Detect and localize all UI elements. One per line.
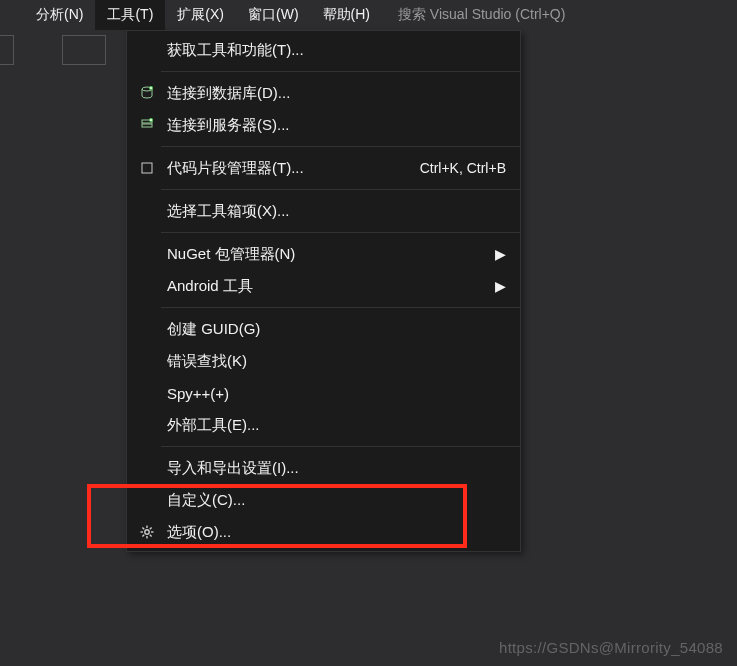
submenu-arrow-icon: ▶ xyxy=(490,278,506,294)
menuitem-label: 错误查找(K) xyxy=(167,352,506,371)
menuitem-create-guid[interactable]: 创建 GUID(G) xyxy=(127,313,520,345)
menubar: 分析(N) 工具(T) 扩展(X) 窗口(W) 帮助(H) 搜索 Visual … xyxy=(0,0,737,30)
menuitem-customize[interactable]: 自定义(C)... xyxy=(127,484,520,516)
shortcut-label: Ctrl+K, Ctrl+B xyxy=(420,160,506,176)
menuitem-label: 选项(O)... xyxy=(167,523,506,542)
menuitem-label: 代码片段管理器(T)... xyxy=(167,159,400,178)
menuitem-label: 导入和导出设置(I)... xyxy=(167,459,506,478)
toolbar-fragment xyxy=(0,30,52,70)
menuitem-label: 创建 GUID(G) xyxy=(167,320,506,339)
svg-line-12 xyxy=(150,535,152,537)
menuitem-toolbox-items[interactable]: 选择工具箱项(X)... xyxy=(127,195,520,227)
menuitem-import-export[interactable]: 导入和导出设置(I)... xyxy=(127,452,520,484)
menuitem-label: 连接到数据库(D)... xyxy=(167,84,506,103)
menuitem-label: 外部工具(E)... xyxy=(167,416,506,435)
separator xyxy=(161,307,520,308)
menuitem-label: 自定义(C)... xyxy=(167,491,506,510)
watermark: https://GSDNs@Mirrority_54088 xyxy=(499,639,723,656)
svg-rect-3 xyxy=(142,124,152,127)
server-icon xyxy=(127,117,167,133)
menuitem-options[interactable]: 选项(O)... xyxy=(127,516,520,548)
menuitem-external-tools[interactable]: 外部工具(E)... xyxy=(127,409,520,441)
separator xyxy=(161,232,520,233)
toolbar-button-partial[interactable] xyxy=(0,35,14,65)
menuitem-spy[interactable]: Spy++(+) xyxy=(127,377,520,409)
menuitem-label: 连接到服务器(S)... xyxy=(167,116,506,135)
search-input[interactable]: 搜索 Visual Studio (Ctrl+Q) xyxy=(388,2,737,28)
menuitem-get-tools[interactable]: 获取工具和功能(T)... xyxy=(127,34,520,66)
submenu-arrow-icon: ▶ xyxy=(490,246,506,262)
menuitem-label: 选择工具箱项(X)... xyxy=(167,202,506,221)
svg-point-6 xyxy=(145,530,149,534)
menu-tools[interactable]: 工具(T) xyxy=(95,0,165,30)
separator xyxy=(161,446,520,447)
snippet-icon xyxy=(127,160,167,176)
menuitem-connect-database[interactable]: 连接到数据库(D)... xyxy=(127,77,520,109)
menuitem-snippet-manager[interactable]: 代码片段管理器(T)... Ctrl+K, Ctrl+B xyxy=(127,152,520,184)
menuitem-error-lookup[interactable]: 错误查找(K) xyxy=(127,345,520,377)
menuitem-label: Spy++(+) xyxy=(167,385,506,402)
separator xyxy=(161,71,520,72)
menuitem-label: NuGet 包管理器(N) xyxy=(167,245,490,264)
menu-extensions[interactable]: 扩展(X) xyxy=(165,0,236,30)
separator xyxy=(161,189,520,190)
menu-help[interactable]: 帮助(H) xyxy=(311,0,382,30)
menuitem-label: 获取工具和功能(T)... xyxy=(167,41,506,60)
gear-icon xyxy=(127,524,167,540)
svg-rect-5 xyxy=(142,163,152,173)
svg-line-13 xyxy=(142,535,144,537)
menu-window[interactable]: 窗口(W) xyxy=(236,0,311,30)
tools-dropdown: 获取工具和功能(T)... 连接到数据库(D)... 连接到服务器(S)... … xyxy=(126,30,521,552)
svg-line-14 xyxy=(150,527,152,529)
toolbar-button[interactable] xyxy=(62,35,106,65)
menuitem-nuget[interactable]: NuGet 包管理器(N) ▶ xyxy=(127,238,520,270)
separator xyxy=(161,146,520,147)
svg-line-11 xyxy=(142,527,144,529)
menuitem-android-tools[interactable]: Android 工具 ▶ xyxy=(127,270,520,302)
menuitem-label: Android 工具 xyxy=(167,277,490,296)
database-icon xyxy=(127,85,167,101)
menuitem-connect-server[interactable]: 连接到服务器(S)... xyxy=(127,109,520,141)
menu-analyze[interactable]: 分析(N) xyxy=(24,0,95,30)
